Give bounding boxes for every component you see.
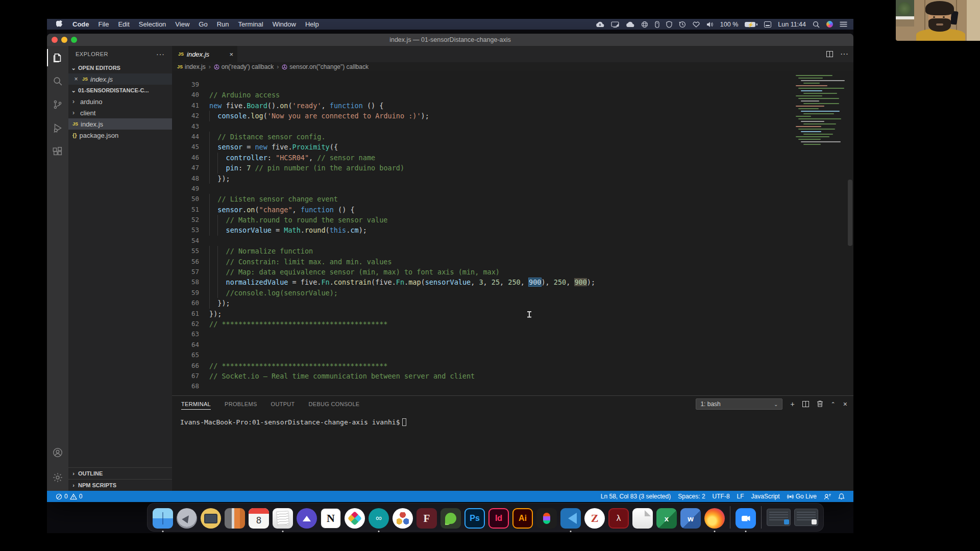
dock-icon-thumb-vscode[interactable] [767,509,791,526]
spotlight-search-icon[interactable] [813,21,820,28]
code-line-56[interactable]: 56// Constrain: limit max. and min. valu… [172,257,853,267]
dock-icon-illustrator[interactable]: Ai [512,508,533,529]
settings-gear-icon[interactable] [47,464,68,491]
menu-item-terminal[interactable]: Terminal [234,20,268,28]
panel-tab-debug-console[interactable]: DEBUG CONSOLE [309,396,360,412]
dock-icon-indesign[interactable]: Id [488,508,509,529]
code-line-49[interactable]: 49 [172,184,853,194]
dock-icon-figma[interactable] [536,508,557,529]
cursor-position-status[interactable]: Ln 58, Col 83 (3 selected) [597,493,674,500]
dock-icon-excel[interactable]: x [656,508,677,529]
workspace-root-folder[interactable]: ⌄01-SENSORDISTANCE-C... [68,85,172,96]
code-line-58[interactable]: 58normalizedValue = five.Fn.constrain(fi… [172,277,853,287]
code-line-52[interactable]: 52// Math.round to round the sensor valu… [172,215,853,225]
file-row-arduino[interactable]: ›arduino [68,96,172,107]
explorer-icon[interactable] [47,46,68,69]
code-line-66[interactable]: 66// ***********************************… [172,361,853,371]
dock-icon-slack[interactable] [345,508,365,529]
breadcrumb-item[interactable]: sensor.on("change") callback [282,63,369,70]
code-line-43[interactable]: 43 [172,121,853,132]
code-line-51[interactable]: 51sensor.on("change", function () { [172,205,853,215]
dock-icon-finder[interactable] [153,508,173,529]
split-terminal-icon[interactable] [802,401,809,407]
battery-percentage[interactable]: 100 % [720,21,738,28]
apple-menu-icon[interactable] [56,20,63,28]
kill-terminal-icon[interactable] [817,400,823,408]
dock-icon-zotero[interactable]: Z [584,508,605,529]
minimize-window-button[interactable] [61,37,67,43]
tab-close-icon[interactable]: × [229,51,233,58]
code-line-67[interactable]: 67// Socket.io – Real time communication… [172,371,853,381]
breadcrumb-item[interactable]: JSindex.js [177,63,206,70]
language-mode-status[interactable]: JavaScript [748,493,783,500]
dock-icon-fontlab[interactable]: F [416,508,437,529]
code-line-48[interactable]: 48}); [172,173,853,184]
search-icon[interactable] [47,69,68,93]
eol-status[interactable]: LF [733,493,748,500]
menu-item-app[interactable]: Code [68,20,94,28]
problems-status[interactable]: 0 0 [52,493,86,500]
dock-icon-firefox[interactable] [704,508,725,529]
open-editors-section[interactable]: ⌄OPEN EDITORS [68,62,172,73]
menu-item-window[interactable]: Window [268,20,301,28]
time-machine-icon[interactable] [679,21,686,28]
close-window-button[interactable] [52,37,58,43]
menu-item-selection[interactable]: Selection [134,20,170,28]
code-line-65[interactable]: 65 [172,350,853,360]
code-line-57[interactable]: 57// Map: data equivalence sensor (min, … [172,267,853,277]
code-line-47[interactable]: 47pin: 7 // pin number (in the arduino b… [172,163,853,173]
mouse-icon[interactable] [655,21,659,28]
dock-icon-acrobat[interactable]: λ [608,508,629,529]
code-line-55[interactable]: 55// Normalize function [172,246,853,256]
network-globe-icon[interactable] [641,21,648,28]
new-terminal-icon[interactable]: + [790,400,794,408]
heart-icon[interactable] [693,21,700,28]
go-live-button[interactable]: Go Live [783,493,820,500]
menu-item-go[interactable]: Go [194,20,212,28]
code-editor[interactable]: 3940// Arduino access41new five.Board().… [172,71,853,395]
close-editor-icon[interactable]: × [72,76,80,83]
open-editor-item[interactable]: × JS index.js [68,73,172,85]
menubar-clock[interactable]: Lun 11:44 [778,21,806,28]
titlebar[interactable]: index.js — 01-sensorDistance-change-axis [47,34,853,46]
code-line-64[interactable]: 64 [172,340,853,350]
dock-icon-vscode[interactable] [560,508,581,529]
panel-tab-problems[interactable]: PROBLEMS [225,396,257,412]
code-line-40[interactable]: 40// Arduino access [172,90,853,100]
volume-icon[interactable] [706,21,714,28]
code-line-53[interactable]: 53sensorValue = Math.round(this.cm); [172,225,853,235]
panel-tab-terminal[interactable]: TERMINAL [181,396,211,412]
file-row-index-js[interactable]: JSindex.js [68,118,172,130]
dock-icon-notes-app[interactable] [225,508,245,529]
run-debug-icon[interactable] [47,116,68,140]
terminal-shell-select[interactable]: 1: bash⌄ [696,398,782,410]
dock-icon-launchpad[interactable] [177,508,197,529]
shield-icon[interactable] [666,21,672,28]
code-line-54[interactable]: 54 [172,236,853,246]
source-control-icon[interactable] [47,93,68,116]
dock-icon-libreoffice[interactable] [632,508,653,529]
dock-icon-thumb-doc[interactable] [794,509,818,526]
code-line-41[interactable]: 41new five.Board().on('ready', function … [172,101,853,111]
menu-item-help[interactable]: Help [301,20,324,28]
extensions-icon[interactable] [47,140,68,163]
code-line-39[interactable]: 39 [172,80,853,90]
dock-icon-photoshop[interactable]: Ps [464,508,485,529]
file-row-package-json[interactable]: {}package.json [68,130,172,141]
feedback-icon[interactable] [820,493,835,500]
control-center-icon[interactable] [840,21,847,27]
code-line-61[interactable]: 61}); [172,309,853,319]
dock-icon-zoom-app[interactable] [736,508,756,529]
account-icon[interactable] [47,441,68,464]
code-line-46[interactable]: 46controller: "HCSR04", // sensor name [172,153,853,163]
code-line-50[interactable]: 50// Listen sensor change event [172,194,853,204]
split-editor-icon[interactable] [826,51,833,57]
maximize-panel-icon[interactable]: ⌃ [831,402,836,407]
dock-icon-word[interactable]: w [680,508,701,529]
dock-icon-calendar[interactable]: 8 [249,508,269,529]
notifications-bell-icon[interactable] [835,493,848,500]
editor-more-actions-icon[interactable]: ··· [840,49,848,59]
menu-item-edit[interactable]: Edit [113,20,134,28]
tab-index-js[interactable]: JS index.js × [172,46,237,62]
close-panel-icon[interactable]: × [843,400,847,408]
